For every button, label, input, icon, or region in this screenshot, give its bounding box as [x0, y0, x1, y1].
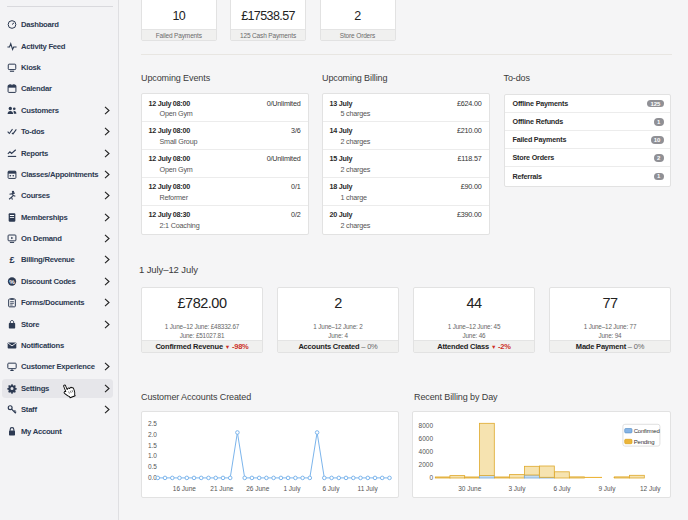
svg-text:4000: 4000: [419, 448, 434, 455]
svg-text:1 July: 1 July: [283, 485, 301, 493]
svg-text:%: %: [9, 278, 15, 285]
svg-text:21 June: 21 June: [210, 485, 234, 492]
svg-text:8000: 8000: [419, 422, 434, 429]
svg-text:2.5: 2.5: [147, 419, 156, 426]
svg-text:16 June: 16 June: [172, 485, 196, 492]
svg-text:2000: 2000: [419, 461, 434, 468]
svg-text:0: 0: [429, 474, 433, 481]
svg-text:6 July: 6 July: [553, 485, 571, 493]
svg-text:3 July: 3 July: [508, 485, 526, 493]
svg-text:Pending: Pending: [634, 439, 655, 445]
svg-text:12 July: 12 July: [640, 485, 661, 493]
svg-text:6 July: 6 July: [322, 485, 340, 493]
svg-text:0.5: 0.5: [147, 463, 156, 470]
svg-text:1.0: 1.0: [147, 452, 156, 459]
svg-text:26 June: 26 June: [246, 485, 270, 492]
svg-text:11 July: 11 July: [357, 485, 378, 493]
svg-text:1.5: 1.5: [147, 441, 156, 448]
svg-text:Confirmed: Confirmed: [634, 428, 660, 434]
svg-text:9 July: 9 July: [598, 485, 616, 493]
svg-text:2.0: 2.0: [147, 430, 156, 437]
svg-text:30 June: 30 June: [458, 485, 482, 492]
svg-text:6000: 6000: [419, 435, 434, 442]
svg-text:£: £: [9, 255, 14, 265]
